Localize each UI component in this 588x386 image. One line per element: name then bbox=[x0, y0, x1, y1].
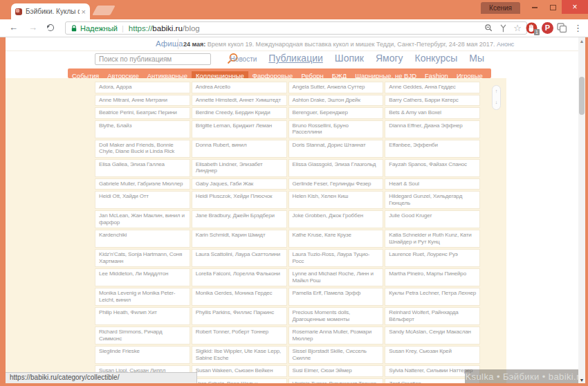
doll-maker-link[interactable]: Ashton Drake, Эштон Дрейк bbox=[288, 95, 384, 107]
doll-maker-link[interactable]: Gerlinde Feser, Герлинды Фезер bbox=[288, 178, 384, 190]
doll-maker-link[interactable]: Monika Gerdes, Моника Гердес bbox=[192, 288, 287, 306]
doll-maker-link[interactable]: Susan Wakeen, Сьюзен Вейкен bbox=[192, 365, 287, 377]
doll-maker-link[interactable]: Joke Grobben, Джок Гроббен bbox=[288, 210, 384, 228]
doll-maker-link[interactable]: Susi Eimer, Сюзи Эймер bbox=[288, 365, 384, 377]
url-text[interactable]: https://babiki.ru/blog bbox=[129, 24, 200, 33]
doll-maker-link[interactable]: Lynne and Michael Roche, Линн и Майкл Ро… bbox=[288, 268, 384, 286]
doll-maker-link[interactable]: Heart & Soul bbox=[385, 178, 480, 190]
doll-maker-link[interactable]: Куклы Petra Lechner, Петра Лехнер bbox=[385, 288, 480, 306]
doll-maker-link[interactable]: Kidz'n'Cats, Sonja Hartmann, Соня Хартма… bbox=[95, 249, 190, 267]
doll-maker-link[interactable]: Katia Schneider и Ruth Kunz, Кати Шнайде… bbox=[385, 230, 480, 248]
doll-maker-link[interactable]: Blythe, Блайз bbox=[95, 120, 190, 138]
doll-maker-link[interactable]: Brigitte Leman, Бриджит Леман bbox=[192, 120, 287, 138]
doll-maker-link[interactable]: Anne Mitrani, Анне Митрани bbox=[95, 95, 190, 107]
category-item[interactable]: Коллекционные bbox=[192, 71, 248, 78]
scrollbar-down-icon[interactable]: ▼ bbox=[578, 378, 585, 383]
category-item[interactable]: Fashion bbox=[421, 71, 452, 78]
category-item[interactable]: Шарнирные, не BJD bbox=[351, 71, 421, 78]
doll-maker-link[interactable]: Robert Tonner, Роберт Тоннер bbox=[192, 327, 287, 344]
doll-maker-link[interactable]: Kardenchiki bbox=[95, 230, 190, 248]
nav-item[interactable]: Конкурсы bbox=[415, 53, 458, 64]
doll-maker-link[interactable]: Fayzah Spanos, Файзах Спанос bbox=[385, 159, 480, 177]
doll-maker-link[interactable]: Gaby Jaques, Габи Жак bbox=[192, 178, 287, 190]
doll-maker-link[interactable]: Laurence Ruet, Лоуренс Руэ bbox=[385, 249, 480, 267]
doll-maker-link[interactable]: Doris Stannat, Дорис Штаннат bbox=[288, 140, 384, 158]
doll-maker-link[interactable]: Anne Geddes, Анна Геддес bbox=[385, 82, 480, 93]
category-item[interactable]: События bbox=[68, 71, 103, 78]
scrollbar-thumb[interactable] bbox=[579, 77, 585, 115]
adblock-extension-icon[interactable]: 1 bbox=[526, 22, 538, 34]
doll-maker-link[interactable]: Elissa Glassgold, Элиза Глазгольд bbox=[288, 159, 384, 177]
doll-maker-link[interactable]: Lee Middleton, Ли Миддлтон bbox=[95, 268, 190, 286]
maximize-button[interactable] bbox=[544, 0, 562, 14]
pinterest-extension-icon[interactable]: P bbox=[542, 22, 553, 34]
category-item[interactable]: Фарфоровые bbox=[248, 71, 297, 78]
scrollbar[interactable]: ▲ ▼ bbox=[578, 37, 585, 383]
nav-item[interactable]: Мы bbox=[469, 53, 484, 64]
doll-maker-link[interactable]: Elisabeth Lindner, Элизабет Линднер bbox=[192, 159, 287, 177]
doll-maker-link[interactable]: Kathe Kruse, Кате Крузе bbox=[288, 230, 384, 248]
browser-tab[interactable]: Бэйбики. Куклы фото. О × bbox=[11, 3, 90, 19]
doll-maker-link[interactable]: Angela Sutter, Анжела Суттер bbox=[288, 82, 384, 93]
doll-maker-link[interactable]: Phyllis Parkins, Филлис Паркинс bbox=[192, 307, 287, 325]
doll-maker-link[interactable]: Laura Tuzio-Ross, Лаура Туцио-Росс bbox=[288, 249, 384, 267]
doll-maker-link[interactable]: Virginia Turner, Вирджиния Тернер, винил… bbox=[288, 378, 384, 384]
doll-maker-link[interactable]: Jan McLean, Жан Маклин, винил и фарфор bbox=[95, 210, 190, 228]
doll-maker-link[interactable]: Precious Moments dolls, Драгоценные моме… bbox=[288, 307, 384, 325]
scrollbar-up-icon[interactable]: ▲ bbox=[578, 39, 585, 44]
doll-maker-link[interactable]: Gabriele Muller, Габриэле Мюллер bbox=[95, 178, 190, 190]
doll-maker-link[interactable]: Berdine Creedy, Бердин Криди bbox=[192, 107, 287, 119]
nav-item[interactable]: Ямогу bbox=[376, 53, 403, 64]
doll-maker-link[interactable]: Beatrice Perini, Беатрис Перини bbox=[95, 107, 190, 119]
tab-close-icon[interactable]: × bbox=[82, 8, 86, 16]
back-button[interactable]: ← bbox=[9, 22, 18, 33]
page-action-icon[interactable] bbox=[499, 24, 507, 33]
category-item[interactable]: Антикварные bbox=[143, 71, 192, 78]
scroll-top-button[interactable]: ↑ bbox=[493, 86, 500, 97]
pages-extension-icon[interactable] bbox=[556, 22, 568, 34]
category-item[interactable]: Своими руками bbox=[487, 71, 491, 78]
category-item[interactable]: Авторские bbox=[103, 71, 143, 78]
doll-maker-link[interactable]: Annette Himstedt, Аннет Химштедт bbox=[192, 95, 287, 107]
doll-maker-link[interactable]: Berenguer, Беренджер bbox=[288, 107, 384, 119]
doll-maker-link[interactable]: Philip Heath, Филип Хит bbox=[95, 307, 190, 325]
doll-maker-link[interactable]: Elisa Gallea, Элиза Галлеа bbox=[95, 159, 190, 177]
nav-item[interactable]: Новости bbox=[230, 55, 257, 63]
minimize-button[interactable] bbox=[526, 0, 544, 14]
doll-maker-link[interactable]: Julie Good Kruger bbox=[385, 210, 480, 228]
zoom-out-icon[interactable] bbox=[484, 24, 493, 33]
category-item[interactable]: БЖД bbox=[328, 71, 351, 78]
doll-maker-link[interactable]: Sieglinde Frieske bbox=[95, 346, 190, 364]
doll-maker-link[interactable]: Reinhard Wolfert, Райнхарда Вёльферт bbox=[385, 307, 480, 325]
profile-chip[interactable]: Ксения bbox=[481, 2, 520, 14]
doll-maker-link[interactable]: Helen Kish, Хелен Киш bbox=[288, 191, 384, 209]
doll-maker-link[interactable]: Pamella Erff, Памела Эрфф bbox=[288, 288, 384, 306]
doll-maker-link[interactable]: Sissel Bjorstadt Skille, Сиссель Скилле bbox=[288, 346, 384, 364]
new-tab-button[interactable] bbox=[92, 6, 115, 15]
forward-button[interactable]: → bbox=[28, 22, 37, 33]
doll-maker-link[interactable]: Rosemarie Anna Muller, Розмари Мюллер bbox=[288, 327, 384, 344]
category-item[interactable]: Реборн bbox=[297, 71, 327, 78]
close-window-button[interactable]: × bbox=[562, 0, 588, 14]
doll-maker-link[interactable]: Andrea Arcello bbox=[192, 82, 287, 93]
announcement-link[interactable]: Анонс bbox=[497, 41, 514, 48]
doll-maker-link[interactable]: Vera Scholz, Вера Шольц bbox=[192, 378, 287, 384]
doll-maker-link[interactable]: Barry Cathers, Барри Катерс bbox=[385, 95, 480, 107]
doll-maker-link[interactable]: Hildegard Gunzel, Хильдегард Гюнцель bbox=[385, 191, 480, 209]
nav-item[interactable]: Публикации bbox=[268, 53, 322, 64]
doll-maker-link[interactable]: Sandy McAslan, Сенди Макаслан bbox=[385, 327, 480, 344]
afisha-link[interactable]: Афиша bbox=[156, 39, 183, 48]
doll-maker-link[interactable]: Bets & Amy van Boxel bbox=[385, 107, 480, 119]
doll-maker-link[interactable]: Karin Schmidt, Карин Шмидт bbox=[192, 230, 287, 248]
category-item[interactable]: Игровые bbox=[452, 71, 487, 78]
doll-maker-link[interactable]: Heidi Plusczok, Хейди Плюсчок bbox=[192, 191, 287, 209]
doll-maker-link[interactable]: Richard Simmons, Ричард Симмонс bbox=[95, 327, 190, 344]
nav-item[interactable]: Шопик bbox=[335, 53, 364, 64]
doll-maker-link[interactable]: Laura Scattolini, Лаура Скаттолини bbox=[192, 249, 287, 267]
bookmark-star-icon[interactable]: ☆ bbox=[513, 24, 522, 33]
doll-maker-link[interactable]: Lorella Falconi, Лорелла Фалькони bbox=[192, 268, 287, 286]
doll-maker-link[interactable]: Bruno Rossellini, Бруно Расселлини bbox=[288, 120, 384, 138]
address-bar[interactable]: Надежный | https://babiki.ru/blog ☆ bbox=[65, 21, 527, 35]
doll-maker-link[interactable]: Monika Levenig и Monika Peter-Leicht, ви… bbox=[95, 288, 190, 306]
doll-maker-link[interactable]: Dianna Effner, Диана Эффнер bbox=[385, 120, 480, 138]
